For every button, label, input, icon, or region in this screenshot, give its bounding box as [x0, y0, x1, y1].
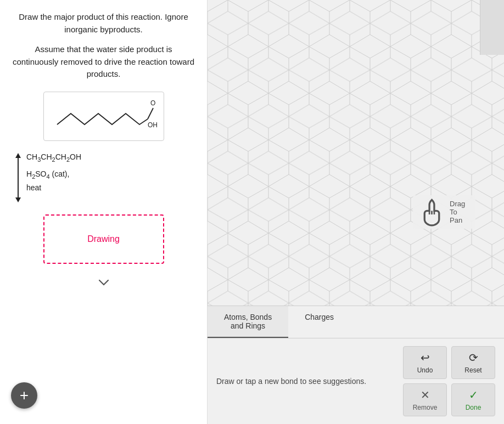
svg-line-0 — [148, 108, 153, 119]
svg-text:OH: OH — [148, 121, 158, 129]
reagent-line2: H2SO4 (cat),heat — [26, 168, 81, 195]
chevron-down-icon[interactable] — [97, 276, 110, 289]
done-icon: ✓ — [469, 388, 478, 402]
tabs-row: Atoms, Bondsand Rings Charges — [208, 306, 504, 338]
drag-to-pan-label: Drag To Pan — [413, 195, 475, 229]
undo-button[interactable]: ↩ Undo — [403, 346, 447, 379]
reagent-line1: CH3CH2CH2OH — [26, 151, 81, 165]
right-edge-panel — [480, 0, 504, 55]
undo-icon: ↩ — [421, 351, 430, 364]
toolbar-content: Draw or tap a new bond to see suggestion… — [208, 338, 504, 424]
suggestion-text: Draw or tap a new bond to see suggestion… — [216, 377, 366, 386]
hex-background — [208, 0, 504, 306]
reaction-arrow — [16, 151, 20, 202]
pan-icon — [417, 197, 446, 227]
reagents-col: CH3CH2CH2OH H2SO4 (cat),heat — [26, 151, 81, 195]
drawing-box[interactable]: Drawing — [43, 214, 164, 264]
question-text: Draw the major product of this reaction.… — [11, 11, 196, 36]
bottom-toolbar: Atoms, Bondsand Rings Charges Draw or ta… — [208, 306, 504, 424]
reaction-row: CH3CH2CH2OH H2SO4 (cat),heat — [11, 151, 196, 202]
molecule-svg: O OH — [46, 94, 161, 138]
fab-icon: + — [20, 387, 29, 404]
remove-button[interactable]: ✕ Remove — [403, 383, 447, 416]
fab-add-button[interactable]: + — [11, 382, 37, 409]
hex-grid[interactable]: Drag To Pan — [208, 0, 504, 306]
reset-button[interactable]: ⟳ Reset — [451, 346, 495, 379]
molecule-structure: O OH — [43, 92, 164, 141]
reset-icon: ⟳ — [469, 351, 478, 364]
left-panel: Draw the major product of this reaction.… — [0, 0, 208, 424]
tab-charges[interactable]: Charges — [288, 306, 350, 338]
done-button[interactable]: ✓ Done — [451, 383, 495, 416]
drawing-label: Drawing — [87, 234, 120, 244]
button-group: ↩ Undo ⟳ Reset ✕ Remove ✓ Done — [403, 346, 495, 416]
svg-text:O: O — [150, 99, 155, 107]
right-panel: Drag To Pan Atoms, Bondsand Rings Charge… — [208, 0, 504, 424]
remove-icon: ✕ — [421, 388, 430, 402]
assumption-text: Assume that the water side product is co… — [11, 43, 196, 81]
tab-atoms-bonds-rings[interactable]: Atoms, Bondsand Rings — [208, 306, 288, 338]
svg-rect-7 — [208, 0, 504, 306]
